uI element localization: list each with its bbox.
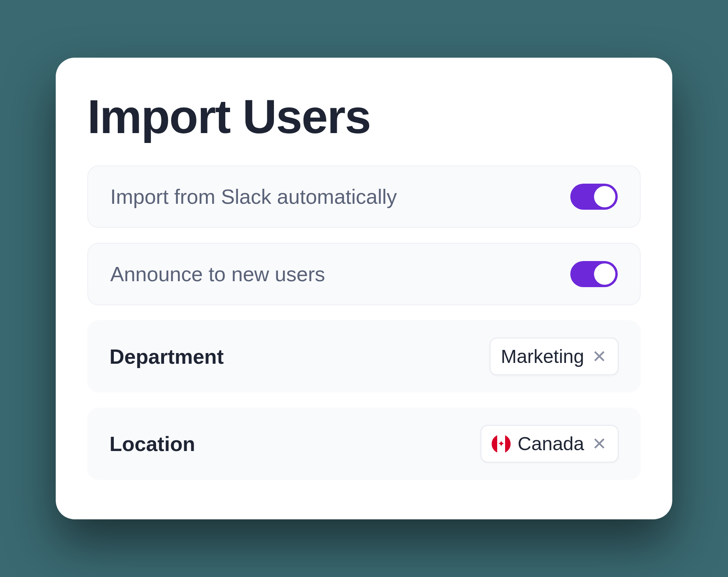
setting-label: Announce to new users	[110, 262, 325, 286]
announce-toggle[interactable]	[570, 261, 618, 287]
chip-label: Canada	[518, 433, 584, 455]
close-icon[interactable]: ✕	[591, 435, 607, 453]
import-users-card: Import Users Import from Slack automatic…	[56, 58, 672, 519]
setting-announce: Announce to new users	[87, 243, 641, 305]
location-chip[interactable]: ✦ Canada ✕	[481, 425, 619, 462]
toggle-knob	[594, 263, 615, 285]
toggle-knob	[594, 186, 615, 207]
filter-location: Location ✦ Canada ✕	[87, 408, 641, 480]
close-icon[interactable]: ✕	[591, 348, 607, 365]
department-chip[interactable]: Marketing ✕	[490, 338, 619, 375]
setting-import-slack: Import from Slack automatically	[87, 165, 641, 228]
page-title: Import Users	[87, 89, 641, 144]
import-slack-toggle[interactable]	[570, 184, 618, 210]
filter-label: Department	[109, 345, 224, 368]
filter-label: Location	[109, 432, 195, 456]
filter-department: Department Marketing ✕	[87, 320, 641, 393]
chip-label: Marketing	[501, 346, 584, 367]
canada-flag-icon: ✦	[492, 434, 511, 453]
setting-label: Import from Slack automatically	[110, 185, 397, 209]
